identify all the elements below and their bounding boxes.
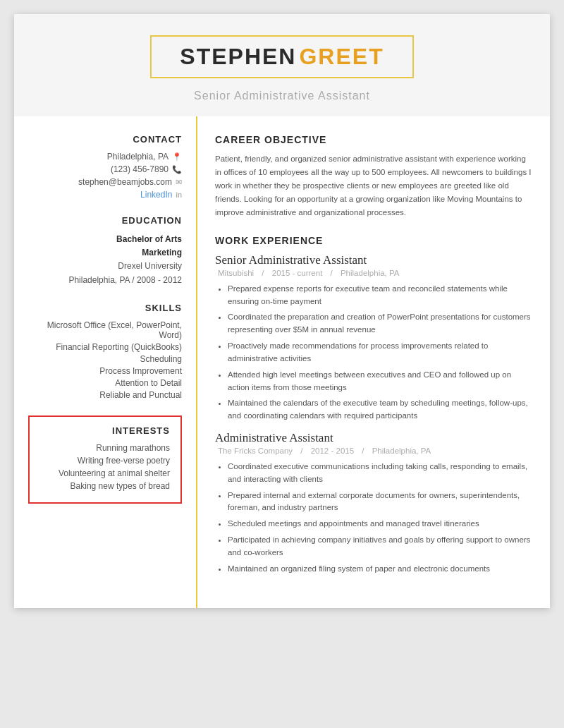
interest-item: Baking new types of bread [40,481,170,491]
email-icon: ✉ [176,178,182,187]
education-label: EDUCATION [28,215,182,226]
email-text: stephen@beamjobs.com [78,177,172,187]
bullet-item: Proactively made recommendations for pro… [228,340,532,365]
education-section: EDUCATION Bachelor of Arts Marketing Dre… [28,215,182,287]
interest-item: Running marathons [40,443,170,453]
job-meta-1: Mitsubishi / 2015 - current / Philadelph… [215,269,532,277]
work-experience-section: WORK EXPERIENCE Senior Administrative As… [215,235,532,576]
job-title: Senior Administrative Assistant [28,90,536,102]
skills-list: Microsoft Office (Excel, PowerPoint, Wor… [28,320,182,400]
bullets-1: Prepared expense reports for executive t… [215,283,532,423]
linkedin-icon: in [176,190,182,199]
career-text: Patient, friendly, and organized senior … [215,152,532,219]
skill-item: Process Improvement [28,366,182,376]
location-2: Philadelphia, PA [372,447,431,455]
career-label: CAREER OBJECTIVE [215,134,532,145]
body-content: CONTACT Philadelphia, PA 📍 (123) 456-789… [14,116,550,608]
sep1: / [262,269,266,277]
skill-item: Reliable and Punctual [28,390,182,400]
skills-label: SKILLS [28,303,182,313]
company-1: Mitsubishi [218,269,254,277]
resume-wrapper: STEPHEN GREET Senior Administrative Assi… [14,14,550,608]
location-icon: 📍 [172,152,182,162]
sep3: / [300,447,305,455]
bullet-item: Maintained an organized filing system of… [228,563,532,576]
job-title-1: Senior Administrative Assistant [215,253,532,267]
company-2: The Fricks Company [218,447,293,455]
contact-location: Philadelphia, PA 📍 [28,152,182,162]
bullet-item: Coordinated executive communications inc… [228,461,532,486]
skill-item: Attention to Detail [28,378,182,388]
bullet-item: Maintained the calendars of the executiv… [228,397,532,423]
bullet-item: Prepared internal and external corporate… [228,490,532,515]
contact-email: stephen@beamjobs.com ✉ [28,177,182,187]
interests-label: INTERESTS [40,425,170,436]
bullet-item: Scheduled meetings and appointments and … [228,518,532,530]
phone-icon: 📞 [172,165,182,174]
contact-label: CONTACT [28,134,182,145]
interests-list: Running marathons Writing free-verse poe… [40,443,170,491]
contact-phone: (123) 456-7890 📞 [28,164,182,174]
work-label: WORK EXPERIENCE [215,235,532,246]
left-column: CONTACT Philadelphia, PA 📍 (123) 456-789… [14,116,197,608]
skill-item: Financial Reporting (QuickBooks) [28,342,182,352]
period-2: 2012 - 2015 [311,447,354,455]
sep4: / [362,447,366,455]
skill-item: Microsoft Office (Excel, PowerPoint, Wor… [28,320,182,340]
phone-text: (123) 456-7890 [111,164,168,174]
interest-item: Volunteering at animal shelter [40,468,170,478]
bullet-item: Participated in achieving company initia… [228,534,532,559]
skills-section: SKILLS Microsoft Office (Excel, PowerPoi… [28,303,182,400]
bullet-item: Prepared expense reports for executive t… [228,283,532,308]
location-1: Philadelphia, PA [341,269,400,277]
skill-item: Scheduling [28,354,182,364]
header-section: STEPHEN GREET Senior Administrative Assi… [14,14,550,116]
name-box: STEPHEN GREET [150,35,413,78]
school-name: Drexel University [28,260,182,273]
degree-line2: Marketing [28,246,182,260]
contact-linkedin[interactable]: LinkedIn in [28,190,182,200]
right-column: CAREER OBJECTIVE Patient, friendly, and … [197,116,550,608]
period-1: 2015 - current [272,269,323,277]
location-text: Philadelphia, PA [107,152,168,162]
interests-section: INTERESTS Running marathons Writing free… [28,415,182,504]
bullet-item: Attended high level meetings between exe… [228,369,532,394]
bullet-item: Coordinated the preparation and creation… [228,311,532,336]
education-details: Bachelor of Arts Marketing Drexel Univer… [28,233,182,287]
job-title-2: Administrative Assistant [215,431,532,445]
linkedin-text[interactable]: LinkedIn [140,190,172,200]
career-objective-section: CAREER OBJECTIVE Patient, friendly, and … [215,134,532,219]
job-entry-1: Senior Administrative Assistant Mitsubis… [215,253,532,423]
degree-line1: Bachelor of Arts [28,233,182,246]
bullets-2: Coordinated executive communications inc… [215,461,532,576]
school-location-years: Philadelphia, PA / 2008 - 2012 [28,274,182,287]
last-name: GREET [299,44,384,69]
sep2: / [331,269,335,277]
interest-item: Writing free-verse poetry [40,456,170,466]
job-entry-2: Administrative Assistant The Fricks Comp… [215,431,532,576]
contact-section: CONTACT Philadelphia, PA 📍 (123) 456-789… [28,134,182,200]
first-name: STEPHEN [180,44,296,69]
job-meta-2: The Fricks Company / 2012 - 2015 / Phila… [215,447,532,455]
